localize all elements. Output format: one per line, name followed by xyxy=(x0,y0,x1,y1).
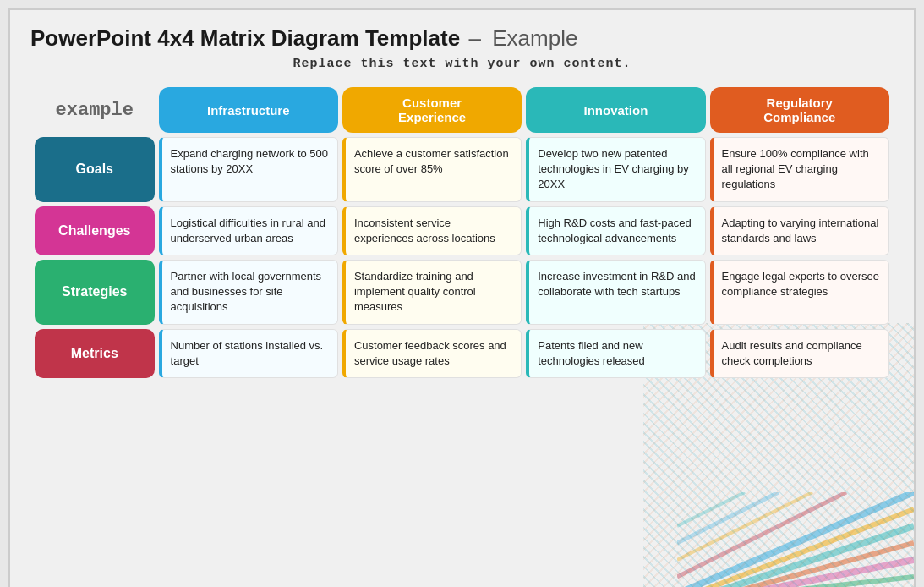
row-strategies: Strategies Partner with local government… xyxy=(35,260,889,325)
slide: PowerPoint 4x4 Matrix Diagram Template –… xyxy=(8,8,916,587)
title-row: PowerPoint 4x4 Matrix Diagram Template –… xyxy=(30,25,894,52)
svg-line-9 xyxy=(677,492,745,526)
cell-strategies-customer: Standardize training and implement quali… xyxy=(342,260,522,325)
cell-metrics-customer: Customer feedback scores and service usa… xyxy=(342,329,522,378)
row-header-metrics: Metrics xyxy=(35,329,155,378)
cell-goals-reg: Ensure 100% compliance with all regional… xyxy=(710,137,889,202)
decorative-stripes xyxy=(677,492,914,587)
cell-strategies-reg: Engage legal experts to oversee complian… xyxy=(710,260,889,325)
cell-challenges-customer: Inconsistent service experiences across … xyxy=(342,206,522,255)
cell-metrics-reg: Audit results and compliance check compl… xyxy=(710,329,889,378)
cell-challenges-innov: High R&D costs and fast-paced technologi… xyxy=(526,206,705,255)
cell-strategies-innov: Increase investment in R&D and collabora… xyxy=(526,260,705,325)
row-header-goals: Goals xyxy=(35,137,155,202)
row-goals: Goals Expand charging network to 500 sta… xyxy=(35,137,889,202)
cell-challenges-reg: Adapting to varying international standa… xyxy=(710,206,889,255)
row-header-challenges: Challenges xyxy=(35,206,155,255)
svg-line-7 xyxy=(677,492,812,560)
col-header-infra: Infrastructure xyxy=(159,87,338,133)
title-main: PowerPoint 4x4 Matrix Diagram Template xyxy=(30,25,460,51)
row-challenges: Challenges Logistical difficulties in ru… xyxy=(35,206,889,255)
cell-goals-customer: Achieve a customer satisfaction score of… xyxy=(342,137,522,202)
cell-metrics-infra: Number of stations installed vs. target xyxy=(159,329,338,378)
subtitle: Replace this text with your own content. xyxy=(30,57,894,71)
col-header-innovation: Innovation xyxy=(526,87,705,133)
cell-goals-infra: Expand charging network to 500 stations … xyxy=(159,137,338,202)
title-separator: – xyxy=(469,25,488,51)
cell-goals-innov: Develop two new patented technologies in… xyxy=(526,137,705,202)
row-header-strategies: Strategies xyxy=(35,260,155,325)
col-header-customer: CustomerExperience xyxy=(342,87,522,133)
title-sub: Example xyxy=(492,25,577,51)
row-metrics: Metrics Number of stations installed vs.… xyxy=(35,329,889,378)
example-label: example xyxy=(35,87,155,133)
cell-strategies-infra: Partner with local governments and busin… xyxy=(159,260,338,325)
cell-metrics-innov: Patents filed and new technologies relea… xyxy=(526,329,705,378)
col-header-regulatory: RegulatoryCompliance xyxy=(710,87,889,133)
matrix-table: example Infrastructure CustomerExperienc… xyxy=(30,83,894,382)
cell-challenges-infra: Logistical difficulties in rural and und… xyxy=(159,206,338,255)
